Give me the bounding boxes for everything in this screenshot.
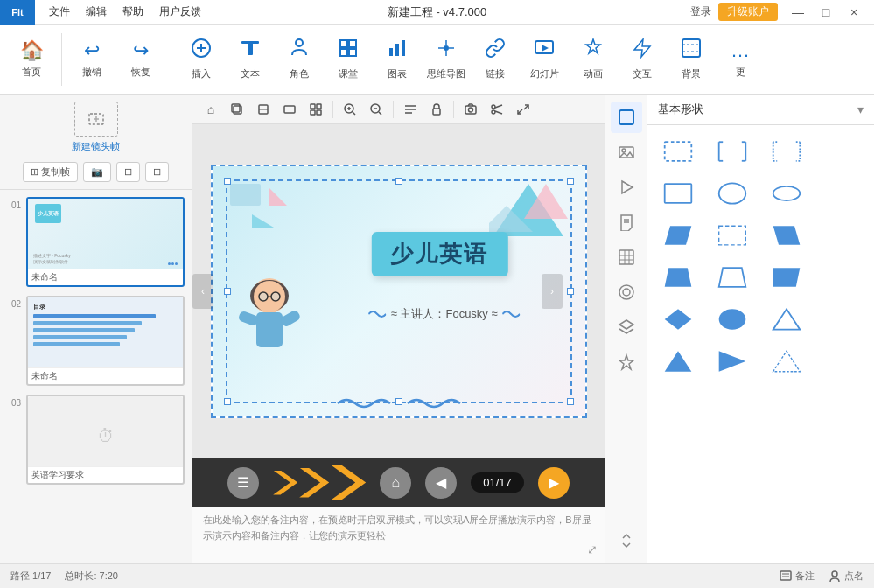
sub-home-btn[interactable]: ⌂ [199,98,222,121]
camera-button[interactable]: 📷 [83,162,111,182]
close-button[interactable]: × [841,0,867,24]
canvas-nav-left[interactable]: ‹ [192,274,213,309]
sub-lock-btn[interactable] [425,98,448,121]
toolbar-bg[interactable]: 背景 [668,29,714,90]
svg-rect-67 [256,312,283,347]
playbar-home-btn[interactable]: ⌂ [380,467,411,499]
toolbar-text[interactable]: 文本 [227,29,273,90]
shape-empty-5[interactable] [818,302,862,337]
playbar-menu-btn[interactable]: ☰ [227,467,259,499]
shape-empty-3[interactable] [818,218,862,253]
new-frame-button[interactable]: 新建镜头帧 [72,102,120,153]
shape-tri-right-fill[interactable] [710,344,754,379]
shape-empty-6[interactable] [818,344,862,379]
shape-tri-dashed[interactable] [765,344,808,379]
right-icon-shape[interactable] [611,102,642,133]
toolbar-character-label: 角色 [290,67,309,80]
menu-file[interactable]: 文件 [42,3,77,21]
canvas-main: ‹ [192,124,605,458]
shape-bracket[interactable] [710,134,754,169]
shape-dropdown-arrow[interactable]: ▾ [857,102,864,116]
arrow-1[interactable] [273,471,297,495]
slide-thumb-3[interactable]: ⏱ 英语学习要求 [26,395,185,485]
shape-rect-solid[interactable] [656,176,700,211]
sub-zoom-in-btn[interactable] [339,98,361,121]
right-icon-star[interactable] [611,346,642,378]
shape-rect-outline[interactable] [656,134,700,169]
layout-button[interactable]: ⊟ [116,162,140,182]
slide-item-2[interactable]: 02 目录 [7,296,185,386]
extra-button[interactable]: ⊡ [145,162,169,182]
shape-oval-outline[interactable] [765,176,808,211]
shape-trap-outline[interactable] [710,260,754,295]
right-icon-layers[interactable] [611,312,642,343]
toolbar-more[interactable]: … 更 [717,29,763,90]
toolbar-mindmap[interactable]: 思维导图 [423,29,469,90]
thumb3-icon: ⏱ [97,426,115,446]
right-icon-table[interactable] [611,242,642,273]
shape-empty-2[interactable] [818,176,862,211]
minimize-button[interactable]: — [785,0,811,24]
notes-expand-btn[interactable]: ⤢ [587,542,598,556]
shape-bracket-dashed[interactable] [765,134,808,169]
menu-help[interactable]: 帮助 [115,3,150,21]
canvas-nav-right[interactable]: › [542,274,563,309]
toolbar-undo[interactable]: ↩ 撤销 [69,29,115,90]
svg-point-116 [832,571,837,577]
toolbar-character[interactable]: 角色 [276,29,322,90]
slide-canvas[interactable]: 少儿英语 ≈ 主讲人：Focusky ≈ [211,164,587,418]
maximize-button[interactable]: □ [813,0,839,24]
slide-item-1[interactable]: 01 少儿英语 描述文字 · Focusky 演示文稿制作软件 [7,197,185,287]
sub-copy2-btn[interactable] [252,98,275,121]
sub-rect-btn[interactable] [278,98,301,121]
playbar-prev-btn[interactable]: ◀ [425,467,457,499]
menu-edit[interactable]: 编辑 [79,3,114,21]
shape-circle-blue[interactable] [710,302,754,337]
slide-thumb-2[interactable]: 目录 未命名 [26,296,185,386]
toolbar-link[interactable]: 链接 [472,29,518,90]
toolbar-slideshow[interactable]: 幻灯片 [521,29,567,90]
slide-thumb-1[interactable]: 少儿英语 描述文字 · Focusky 演示文稿制作软件 [26,197,185,287]
duplicate-frame-button[interactable]: ⊞ 复制帧 [23,162,78,182]
shape-circle-outline[interactable] [710,176,754,211]
playbar-next-btn[interactable]: ▶ 下一帧 [538,467,570,499]
sub-zoom-out-btn[interactable] [365,98,388,121]
toolbar-interact[interactable]: 交互 [619,29,665,90]
toolbar-chart[interactable]: 图表 [374,29,420,90]
sub-scissors-btn[interactable] [486,98,508,121]
shape-trap-right[interactable] [765,260,808,295]
right-icon-brush[interactable] [611,276,642,308]
login-button[interactable]: 登录 [690,4,711,19]
menu-feedback[interactable]: 用户反馈 [152,3,208,21]
toolbar-insert[interactable]: 插入 [178,29,224,90]
right-icon-media[interactable] [611,172,642,203]
right-icon-image[interactable] [611,136,642,168]
right-icon-note[interactable] [611,206,642,238]
shape-para-blue[interactable] [656,218,700,253]
right-icon-collapse[interactable] [611,525,642,556]
toolbar-home[interactable]: 🏠 首页 [9,29,54,90]
shape-tri-blue-fill[interactable] [656,344,700,379]
shape-trap-blue[interactable] [656,260,700,295]
shape-tri-outline[interactable] [765,302,808,337]
thumb2-content: 目录 [28,298,183,354]
toolbar-redo[interactable]: ↪ 恢复 [118,29,164,90]
points-btn[interactable]: 点名 [829,570,864,583]
toolbar-animation[interactable]: 动画 [570,29,616,90]
shape-diamond-blue[interactable] [656,302,700,337]
notes-btn[interactable]: 备注 [780,570,815,583]
slide-item-3[interactable]: 03 ⏱ 英语学习要求 [7,395,185,485]
arrow-3[interactable] [331,466,366,500]
arrow-2[interactable] [299,468,329,498]
sub-align-btn[interactable] [399,98,422,121]
shape-empty-1[interactable] [818,134,862,169]
sub-expand-btn[interactable] [512,98,535,121]
shape-rect-dashed[interactable] [710,218,754,253]
shape-para-right[interactable] [765,218,808,253]
shape-empty-4[interactable] [818,260,862,295]
toolbar-classroom[interactable]: 课堂 [325,29,371,90]
sub-grid-btn[interactable] [304,98,327,121]
sub-camera-btn[interactable] [459,98,482,121]
upgrade-button[interactable]: 升级账户 [718,3,778,21]
sub-copy-btn[interactable] [226,98,248,121]
